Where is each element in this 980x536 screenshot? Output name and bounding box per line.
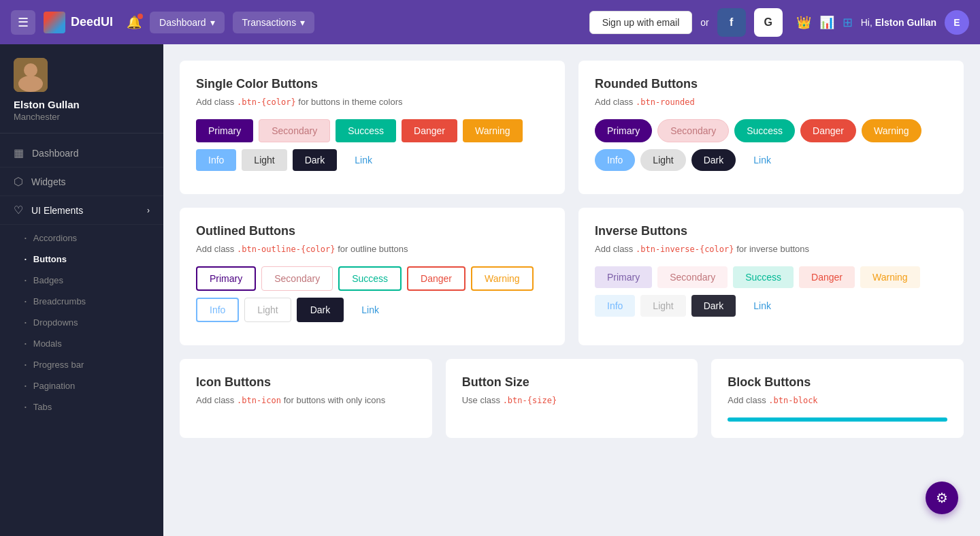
rounded-secondary-button[interactable]: Secondary: [657, 119, 729, 142]
sidebar-item-tabs[interactable]: • Tabs: [0, 396, 163, 417]
single-color-section: Single Color Buttons Add class .btn-{col…: [180, 61, 565, 194]
outline-link-button[interactable]: Link: [349, 298, 391, 322]
inverse-dark-button[interactable]: Dark: [691, 295, 736, 317]
outlined-row1: Primary Secondary Success Danger Warning: [196, 266, 549, 291]
topnav: ☰ DeedUI 🔔 Dashboard ▾ Transactions ▾ Si…: [0, 0, 980, 44]
icon-buttons-section: Icon Buttons Add class .btn-icon for but…: [180, 359, 432, 438]
sidebar-ui-label: UI Elements: [31, 205, 83, 216]
grid-icon[interactable]: ⊞: [843, 15, 853, 30]
bullet-icon: •: [24, 277, 27, 283]
dark-button[interactable]: Dark: [293, 149, 338, 171]
single-color-row2: Info Light Dark Link: [196, 149, 549, 171]
warning-button[interactable]: Warning: [463, 119, 523, 142]
main-layout: Elston Gullan Manchester ▦ Dashboard ⬡ W…: [0, 44, 980, 536]
outline-danger-button[interactable]: Danger: [407, 266, 466, 291]
transactions-chevron-icon: ▾: [300, 17, 305, 28]
sidebar-sub-menu: • Accordions • Buttons • Badges • Breadc…: [0, 225, 163, 420]
rounded-info-button[interactable]: Info: [595, 149, 635, 171]
bullet-icon: •: [24, 298, 27, 304]
sidebar-item-dropdowns[interactable]: • Dropdowns: [0, 312, 163, 333]
icon-buttons-title: Icon Buttons: [196, 375, 416, 390]
outline-info-button[interactable]: Info: [196, 298, 239, 322]
signup-button[interactable]: Sign up with email: [589, 11, 693, 34]
sidebar-user-name: Elston Gullan: [14, 99, 80, 110]
greeting-text: Hi, Elston Gullan: [861, 17, 936, 28]
sidebar-user: Elston Gullan Manchester: [0, 44, 163, 133]
google-button[interactable]: G: [754, 8, 783, 37]
transactions-button[interactable]: Transactions ▾: [233, 12, 315, 33]
sidebar-item-buttons[interactable]: • Buttons: [0, 249, 163, 270]
inverse-info-button[interactable]: Info: [595, 295, 635, 317]
outline-secondary-button[interactable]: Secondary: [261, 266, 333, 291]
sidebar-item-dashboard[interactable]: ▦ Dashboard: [0, 139, 163, 168]
rounded-danger-button[interactable]: Danger: [800, 119, 856, 142]
rounded-warning-button[interactable]: Warning: [862, 119, 921, 142]
facebook-button[interactable]: f: [717, 8, 746, 37]
inverse-desc: Add class .btn-inverse-{color} for inver…: [595, 244, 947, 254]
inverse-row1: Primary Secondary Success Danger Warning: [595, 266, 947, 288]
chart-icon[interactable]: 📊: [819, 15, 834, 30]
link-button[interactable]: Link: [342, 149, 385, 171]
dashboard-chevron-icon: ▾: [210, 17, 215, 28]
rounded-light-button[interactable]: Light: [640, 149, 685, 171]
success-button[interactable]: Success: [336, 119, 396, 142]
sidebar-item-progress-bar[interactable]: • Progress bar: [0, 354, 163, 375]
primary-button[interactable]: Primary: [196, 119, 253, 142]
transactions-label: Transactions: [242, 17, 297, 28]
crown-icon[interactable]: 👑: [796, 15, 811, 30]
danger-button[interactable]: Danger: [402, 119, 457, 142]
inverse-danger-button[interactable]: Danger: [799, 266, 855, 288]
info-button[interactable]: Info: [196, 149, 236, 171]
bullet-icon: •: [24, 362, 27, 368]
inverse-light-button[interactable]: Light: [640, 295, 685, 317]
inverse-primary-button[interactable]: Primary: [595, 266, 652, 288]
sidebar-item-modals[interactable]: • Modals: [0, 333, 163, 354]
block-buttons-desc: Add class .btn-block: [728, 395, 947, 405]
sidebar-nav: ▦ Dashboard ⬡ Widgets ♡ UI Elements › • …: [0, 133, 163, 426]
outline-primary-button[interactable]: Primary: [196, 266, 256, 291]
gear-icon: ⚙: [936, 490, 948, 506]
notification-bell[interactable]: 🔔: [127, 15, 142, 30]
outline-success-button[interactable]: Success: [338, 266, 402, 291]
sidebar-item-badges[interactable]: • Badges: [0, 270, 163, 291]
sidebar-item-accordions[interactable]: • Accordions: [0, 227, 163, 249]
sidebar-item-widgets[interactable]: ⬡ Widgets: [0, 168, 163, 196]
rounded-row2: Info Light Dark Link: [595, 149, 947, 171]
rounded-link-button[interactable]: Link: [741, 149, 783, 171]
outlined-title: Outlined Buttons: [196, 224, 549, 238]
bullet-icon: •: [24, 235, 27, 241]
outline-light-button[interactable]: Light: [244, 298, 291, 322]
secondary-button[interactable]: Secondary: [259, 119, 330, 142]
logo-icon: [44, 12, 65, 33]
inverse-secondary-button[interactable]: Secondary: [657, 266, 728, 288]
user-avatar[interactable]: E: [945, 10, 969, 35]
single-color-row1: Primary Secondary Success Danger Warning: [196, 119, 549, 142]
rounded-success-button[interactable]: Success: [734, 119, 795, 142]
button-size-desc: Use class .btn-{size}: [462, 395, 682, 405]
app-name: DeedUI: [71, 15, 113, 29]
outlined-section: Outlined Buttons Add class .btn-outline-…: [180, 208, 565, 345]
ui-elements-icon: ♡: [14, 204, 23, 217]
rounded-dark-button[interactable]: Dark: [691, 149, 736, 171]
button-size-section: Button Size Use class .btn-{size}: [446, 359, 698, 438]
svg-point-1: [24, 63, 37, 77]
svg-point-2: [18, 76, 43, 92]
light-button[interactable]: Light: [242, 149, 287, 171]
sidebar-dashboard-label: Dashboard: [32, 148, 79, 159]
outline-dark-button[interactable]: Dark: [297, 298, 344, 322]
sidebar-item-ui-elements[interactable]: ♡ UI Elements ›: [0, 196, 163, 225]
sidebar-item-pagination[interactable]: • Pagination: [0, 375, 163, 396]
inverse-link-button[interactable]: Link: [741, 295, 783, 317]
inverse-warning-button[interactable]: Warning: [860, 266, 920, 288]
inverse-section: Inverse Buttons Add class .btn-inverse-{…: [578, 208, 964, 345]
dashboard-icon: ▦: [14, 146, 24, 159]
inverse-success-button[interactable]: Success: [733, 266, 794, 288]
fab-button[interactable]: ⚙: [926, 482, 958, 514]
rounded-primary-button[interactable]: Primary: [595, 119, 652, 142]
hamburger-button[interactable]: ☰: [11, 10, 35, 35]
sidebar-item-breadcrumbs[interactable]: • Breadcrumbs: [0, 291, 163, 312]
facebook-icon: f: [730, 16, 733, 29]
sidebar-widgets-label: Widgets: [31, 176, 66, 187]
outline-warning-button[interactable]: Warning: [471, 266, 534, 291]
dashboard-button[interactable]: Dashboard ▾: [150, 12, 225, 33]
